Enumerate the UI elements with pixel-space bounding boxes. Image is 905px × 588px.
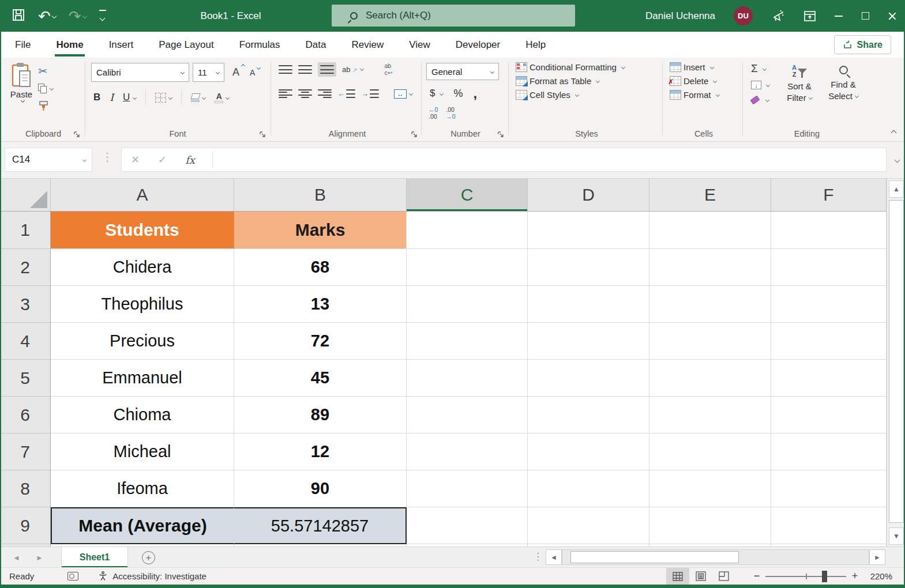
accessibility-status[interactable]: Accessibility: Investigate: [98, 571, 206, 581]
collapse-ribbon-button[interactable]: [889, 126, 896, 137]
ribbon-display-options-icon[interactable]: [794, 0, 825, 32]
cell-C6[interactable]: [407, 397, 528, 434]
cell-F3[interactable]: [771, 286, 887, 323]
format-cells-button[interactable]: Format: [670, 90, 719, 100]
decrease-font-size-button[interactable]: A: [250, 68, 255, 77]
borders-button[interactable]: [155, 93, 172, 103]
row-header-3[interactable]: 3: [0, 286, 51, 323]
font-color-button[interactable]: A: [215, 92, 229, 103]
scroll-up-arrow[interactable]: ▲: [889, 180, 904, 198]
cell-B3[interactable]: 13: [234, 286, 407, 323]
zoom-out-button[interactable]: −: [748, 570, 765, 582]
column-header-B[interactable]: B: [234, 179, 407, 212]
vertical-scrollbar[interactable]: ▲ ▼: [887, 179, 905, 546]
vertical-scrollbar-thumb[interactable]: [889, 200, 904, 523]
cell-A6[interactable]: Chioma: [51, 397, 234, 434]
cell-F4[interactable]: [771, 323, 887, 360]
tab-formulas[interactable]: Formulas: [239, 32, 280, 58]
middle-align-button[interactable]: [298, 65, 312, 74]
number-dialog-launcher[interactable]: [498, 130, 505, 137]
cell-E6[interactable]: [649, 397, 771, 434]
find-select-button[interactable]: Find & Select: [824, 61, 863, 103]
cell-B6[interactable]: 89: [234, 397, 407, 434]
cell-E5[interactable]: [649, 360, 771, 397]
cell-A9-mean-label[interactable]: Mean (Average): [51, 507, 234, 544]
zoom-level[interactable]: 220%: [863, 571, 905, 581]
horizontal-scrollbar[interactable]: [562, 549, 869, 565]
sheet-tab-sheet1[interactable]: Sheet1: [61, 547, 128, 568]
clear-button[interactable]: [751, 97, 769, 103]
cell-C4[interactable]: [407, 323, 528, 360]
zoom-in-button[interactable]: +: [846, 570, 863, 582]
coming-soon-megaphone-icon[interactable]: [762, 0, 794, 32]
increase-font-size-button[interactable]: A: [232, 66, 239, 78]
tab-review[interactable]: Review: [351, 32, 384, 58]
cell-C9[interactable]: [407, 507, 528, 544]
column-header-A[interactable]: A: [51, 179, 234, 212]
zoom-slider[interactable]: [765, 576, 846, 577]
formula-input[interactable]: [213, 148, 886, 171]
cell-D8[interactable]: [528, 470, 649, 507]
user-name[interactable]: Daniel Uchenna: [636, 0, 724, 32]
expand-formula-bar-button[interactable]: [892, 156, 899, 166]
column-header-D[interactable]: D: [528, 179, 649, 212]
redo-button[interactable]: ↷: [69, 9, 87, 24]
cell-D5[interactable]: [528, 360, 649, 397]
horizontal-scrollbar-thumb[interactable]: [570, 551, 739, 563]
zoom-slider-thumb[interactable]: [822, 571, 827, 582]
row-header-2[interactable]: 2: [0, 249, 51, 286]
row-header-9[interactable]: 9: [0, 507, 51, 544]
italic-button[interactable]: I: [110, 92, 114, 103]
sort-filter-button[interactable]: AZ Sort & Filter: [780, 61, 819, 104]
name-box-input[interactable]: [5, 154, 63, 165]
cell-E7[interactable]: [649, 434, 771, 470]
share-button[interactable]: Share: [834, 35, 891, 54]
name-box[interactable]: [5, 148, 92, 172]
tab-data[interactable]: Data: [306, 32, 326, 58]
macro-record-icon[interactable]: [67, 572, 78, 581]
cell-E2[interactable]: [649, 249, 771, 286]
search-box[interactable]: [332, 5, 575, 27]
cell-A2[interactable]: Chidera: [51, 249, 234, 286]
tab-home[interactable]: Home: [56, 32, 83, 58]
row-header-1[interactable]: 1: [0, 212, 51, 249]
close-button[interactable]: [878, 0, 905, 32]
delete-cells-button[interactable]: ✗Delete: [670, 76, 719, 86]
decrease-indent-button[interactable]: ←: [337, 89, 355, 99]
font-name-select[interactable]: Calibri: [91, 63, 189, 82]
copy-button[interactable]: [38, 84, 53, 93]
cell-A7[interactable]: Micheal: [51, 434, 234, 470]
cell-D4[interactable]: [528, 323, 649, 360]
column-header-F[interactable]: F: [771, 179, 887, 212]
maximize-button[interactable]: [852, 0, 878, 32]
align-center-button[interactable]: [298, 89, 312, 99]
accounting-format-button[interactable]: $: [430, 88, 443, 99]
next-sheet-arrow[interactable]: ►: [36, 547, 43, 568]
cell-B2[interactable]: 68: [234, 249, 407, 286]
cell-E1[interactable]: [649, 212, 771, 249]
percent-style-button[interactable]: %: [453, 88, 463, 100]
insert-function-icon[interactable]: fx: [176, 154, 204, 166]
scroll-right-arrow[interactable]: ►: [869, 549, 885, 565]
cell-F2[interactable]: [771, 249, 887, 286]
cell-D9[interactable]: [528, 507, 649, 544]
row-header-6[interactable]: 6: [0, 397, 51, 434]
cell-C7[interactable]: [407, 434, 528, 470]
cell-D2[interactable]: [528, 249, 649, 286]
cell-C8[interactable]: [407, 470, 528, 507]
row-header-4[interactable]: 4: [0, 323, 51, 360]
bottom-align-button[interactable]: [318, 62, 336, 77]
normal-view-button[interactable]: [666, 568, 689, 585]
merge-center-button[interactable]: ↔: [394, 89, 412, 99]
cell-A1[interactable]: Students: [51, 212, 234, 249]
wrap-text-button[interactable]: abc↩: [384, 63, 392, 76]
cell-C3[interactable]: [407, 286, 528, 323]
cell-B5[interactable]: 45: [234, 360, 407, 397]
page-break-view-button[interactable]: [712, 568, 735, 585]
comma-style-button[interactable]: ,: [473, 85, 477, 101]
row-header-5[interactable]: 5: [0, 360, 51, 397]
cell-D3[interactable]: [528, 286, 649, 323]
tab-view[interactable]: View: [409, 32, 430, 58]
cell-C5[interactable]: [407, 360, 528, 397]
cell-B7[interactable]: 12: [234, 434, 407, 470]
